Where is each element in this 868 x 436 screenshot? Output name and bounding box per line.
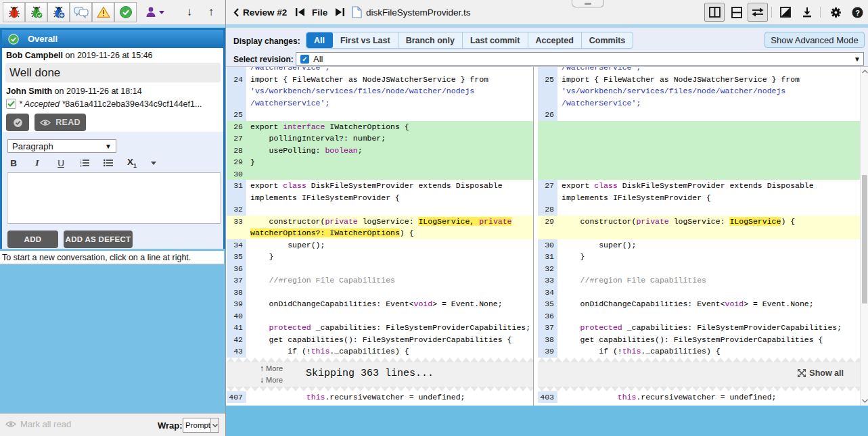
- read-button[interactable]: READ: [35, 114, 86, 131]
- conversation-button[interactable]: [70, 2, 92, 22]
- underline-button[interactable]: U: [56, 158, 66, 168]
- tab-first-vs-last[interactable]: First vs Last: [333, 32, 398, 48]
- code-line[interactable]: 28: [538, 203, 860, 216]
- subscript-button[interactable]: X1: [127, 157, 137, 169]
- code-line[interactable]: 33 constructor(private logService: ILogS…: [227, 216, 533, 228]
- first-file-button[interactable]: [296, 0, 304, 24]
- last-file-button[interactable]: [336, 0, 344, 24]
- show-advanced-mode-button[interactable]: Show Advanced Mode: [764, 32, 865, 48]
- user-menu-button[interactable]: [141, 2, 168, 22]
- code-line[interactable]: 25import { FileWatcher as NodeJSWatcherS…: [538, 74, 860, 86]
- bug-blue-add-button[interactable]: [47, 2, 70, 22]
- defect-bug-red-button[interactable]: [3, 2, 25, 22]
- code-line[interactable]: /watcherService';: [227, 97, 533, 110]
- warning-button[interactable]: [92, 2, 114, 22]
- code-line[interactable]: 26: [538, 109, 860, 121]
- code-line[interactable]: 27export class DiskFileSystemProvider ex…: [538, 180, 860, 192]
- code-line[interactable]: 407 this.recursiveWatcher = undefined;: [227, 391, 533, 404]
- code-line[interactable]: watcherOptions?: IWatcherOptions) {: [227, 227, 533, 239]
- code-line[interactable]: [538, 227, 860, 239]
- add-as-defect-button[interactable]: ADD AS DEFECT: [64, 231, 133, 248]
- add-button[interactable]: ADD: [7, 231, 58, 248]
- vertical-scrollbar[interactable]: [860, 67, 868, 406]
- code-line[interactable]: 35 onDidChangeCapabilities: Event<void> …: [538, 298, 860, 310]
- download-button[interactable]: [797, 3, 817, 22]
- code-line[interactable]: 31 }: [538, 251, 860, 263]
- code-line[interactable]: /watcherService';: [538, 97, 860, 110]
- code-line[interactable]: 33 //#region File Capabilities: [538, 274, 860, 287]
- tab-last-commit[interactable]: Last commit: [463, 32, 528, 48]
- code-line[interactable]: [538, 121, 860, 133]
- more-up-button[interactable]: ↑More: [260, 363, 283, 374]
- more-format-button[interactable]: [151, 162, 160, 165]
- code-line[interactable]: 32: [538, 263, 860, 275]
- code-line[interactable]: implements IFileSystemProvider {: [227, 192, 533, 204]
- comment-input[interactable]: [7, 172, 221, 224]
- italic-button[interactable]: I: [32, 158, 42, 168]
- code-line[interactable]: 27 pollingInterval?: number;: [227, 132, 533, 145]
- code-line[interactable]: 32: [227, 203, 533, 216]
- wrap-select[interactable]: Prompt: [183, 418, 219, 433]
- show-all-button[interactable]: Show all: [798, 368, 844, 378]
- code-line[interactable]: 30: [227, 168, 533, 180]
- diff-view-button[interactable]: [775, 3, 796, 22]
- code-line[interactable]: implements IFileSystemProvider {: [538, 192, 860, 204]
- code-line[interactable]: 42 get capabilities(): FileSystemProvide…: [227, 334, 533, 346]
- code-line[interactable]: 41 protected _capabilities: FileSystemPr…: [227, 322, 533, 334]
- settings-button[interactable]: [825, 3, 846, 22]
- code-line[interactable]: 40: [227, 310, 533, 322]
- scroll-down-arrow[interactable]: [861, 397, 868, 405]
- paragraph-style-select[interactable]: Paragraph ▼: [7, 139, 116, 153]
- bold-button[interactable]: B: [9, 158, 18, 168]
- more-down-button[interactable]: ↓More: [260, 374, 283, 386]
- mark-all-read-button[interactable]: Mark all read: [5, 419, 71, 429]
- code-line[interactable]: 38: [227, 287, 533, 299]
- code-line[interactable]: [538, 168, 860, 180]
- accepted-checkbox[interactable]: [6, 99, 16, 109]
- back-to-review-button[interactable]: Review #2: [233, 0, 287, 24]
- code-line[interactable]: 36: [538, 310, 860, 322]
- revision-checkbox[interactable]: ✓: [300, 55, 309, 64]
- code-line[interactable]: 403 this.recursiveWatcher = undefined;: [538, 391, 860, 404]
- code-line[interactable]: [538, 132, 860, 145]
- code-line[interactable]: [538, 145, 860, 157]
- bug-green-check-button[interactable]: [25, 2, 47, 22]
- approve-button[interactable]: [114, 2, 137, 22]
- stacked-view-button[interactable]: [727, 3, 747, 22]
- code-line[interactable]: 31export class DiskFileSystemProvider ex…: [227, 180, 533, 192]
- code-line[interactable]: 39 if (!this._capabilities) {: [538, 345, 860, 358]
- scroll-up-arrow[interactable]: [861, 68, 868, 76]
- code-line[interactable]: [538, 156, 860, 168]
- code-line[interactable]: 26export interface IWatcherOptions {: [227, 121, 533, 133]
- scrollbar-thumb[interactable]: [862, 175, 867, 304]
- code-line[interactable]: 29}: [227, 156, 533, 168]
- code-line[interactable]: 'vs/workbench/services/files/node/watche…: [227, 85, 533, 97]
- revision-select[interactable]: ✓ All ▼: [296, 52, 864, 66]
- code-line[interactable]: 43 if (!this._capabilities) {: [227, 345, 533, 358]
- code-line[interactable]: 25: [227, 109, 533, 121]
- code-line[interactable]: /watcherService';: [538, 67, 860, 74]
- tab-branch-only[interactable]: Branch only: [398, 32, 463, 48]
- code-line[interactable]: 37 //#region File Capabilities: [227, 274, 533, 287]
- code-line[interactable]: 30 super();: [538, 239, 860, 251]
- code-line[interactable]: 24import { FileWatcher as NodeJSWatcherS…: [227, 74, 533, 86]
- bullet-list-button[interactable]: [104, 159, 113, 167]
- tab-commits[interactable]: Commits: [582, 32, 633, 48]
- code-line[interactable]: /watcherService';: [227, 67, 533, 74]
- code-line[interactable]: 'vs/workbench/services/files/node/watche…: [538, 85, 860, 97]
- numbered-list-button[interactable]: 123: [80, 159, 89, 167]
- prev-comment-button[interactable]: ↑: [202, 2, 221, 22]
- next-comment-button[interactable]: ↓: [180, 2, 199, 22]
- code-line[interactable]: 34 super();: [227, 239, 533, 251]
- tab-all[interactable]: All: [306, 32, 333, 48]
- code-line[interactable]: 39 onDidChangeCapabilities: Event<void> …: [227, 298, 533, 310]
- collapse-toolbar-tab[interactable]: [572, 0, 604, 7]
- side-by-side-view-button[interactable]: [704, 3, 725, 22]
- swap-sides-button[interactable]: [748, 3, 768, 22]
- code-line[interactable]: 29 constructor(private logService: ILogS…: [538, 216, 860, 228]
- accept-button[interactable]: [6, 114, 29, 131]
- overall-header[interactable]: Overall: [2, 30, 223, 48]
- code-line[interactable]: 28 usePolling: boolean;: [227, 145, 533, 157]
- code-line[interactable]: 37 protected _capabilities: FileSystemPr…: [538, 322, 860, 334]
- code-line[interactable]: 36: [227, 263, 533, 275]
